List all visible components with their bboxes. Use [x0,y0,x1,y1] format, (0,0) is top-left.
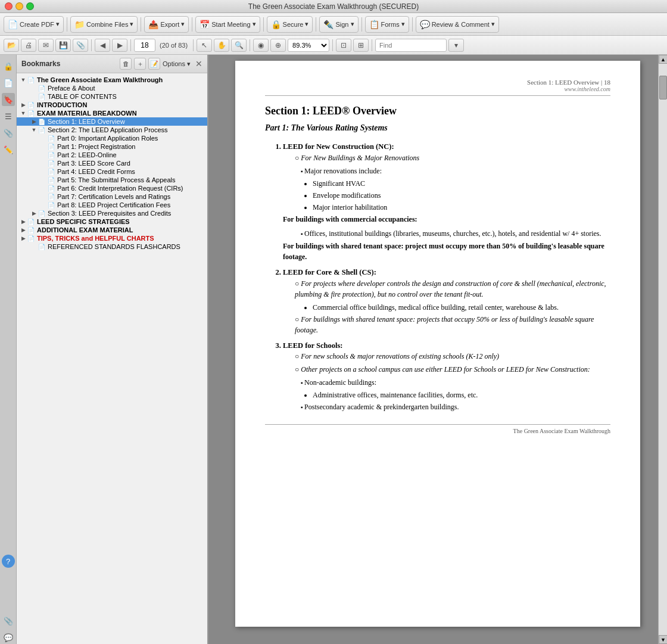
pdf-area[interactable]: Section 1: LEED Overview | 18 www.inthel… [208,55,667,644]
toolbar-separator-1 [67,17,67,32]
pdf-item2-sub-list: For projects where developer controls th… [283,278,610,300]
scroll-thumb[interactable] [659,76,667,99]
nav-sep-6 [372,39,372,51]
tree-item-s1[interactable]: ▶ 📄 Section 1: LEED Overview [17,117,207,126]
tree-toggle-intro[interactable]: ▶ [19,102,27,108]
pages-icon[interactable]: 📄 [2,76,15,89]
pdf-item2-dot-list: Commercial office buildings, medical off… [283,302,610,313]
attachments-icon[interactable]: 📎 [2,126,15,139]
tree-icon-s2p7: 📄 [48,194,56,200]
back-button[interactable]: ◀ [95,39,110,52]
tree-item-rsf[interactable]: 📄 REFERENCED STANDARDS FLASHCARDS [17,242,207,251]
zoom-in-button[interactable]: ⊕ [270,39,286,52]
tree-item-s2p0[interactable]: 📄 Part 0: Important Application Roles [17,134,207,142]
fit-page-button[interactable]: ⊡ [336,39,351,52]
minimize-button[interactable] [15,2,23,10]
save-button[interactable]: 💾 [55,39,71,52]
tree-item-intro[interactable]: ▶ 📄 INTRODUCTION [17,101,207,109]
pdf-item3-bullet-list-2: Postsecondary academic & prekindergarten… [283,402,610,412]
print-button[interactable]: 🖨 [21,39,36,52]
zoom-marquee-button[interactable]: 🔍 [231,39,247,52]
tree-item-toc[interactable]: 📄 TABLE OF CONTENTS [17,92,207,101]
tree-item-s2[interactable]: ▼ 📄 Section 2: The LEED Application Proc… [17,126,207,134]
tree-toggle-s1[interactable]: ▶ [30,119,38,125]
tree-item-s2p6[interactable]: 📄 Part 6: Credit Interpretation Request … [17,184,207,192]
tree-item-s2p4[interactable]: 📄 Part 4: LEED Credit Forms [17,167,207,176]
tree-toggle-s2[interactable]: ▼ [30,127,38,133]
attach-bottom-icon[interactable]: 📎 [2,614,15,627]
open-file-button[interactable]: 📂 [4,39,19,52]
tree-toggle-aem[interactable]: ▶ [19,227,27,233]
bm-properties-button[interactable]: 📝 [148,58,160,70]
tree-item-s2p5[interactable]: 📄 Part 5: The Submittal Process & Appeal… [17,176,207,184]
tree-label-lss: LEED SPECIFIC STRATEGIES [37,218,130,225]
zoom-out-button[interactable]: ◉ [253,39,269,52]
tree-toggle-tips[interactable]: ▶ [19,235,27,241]
review-comment-button[interactable]: 💬 Review & Comment ▾ [416,16,499,33]
email-button[interactable]: ✉ [38,39,54,52]
forms-button[interactable]: 📋 Forms ▾ [365,16,409,33]
edit-icon[interactable]: ✏️ [2,143,15,156]
tree-label-s2p4: Part 4: LEED Credit Forms [57,168,135,175]
tree-item-s2p7[interactable]: 📄 Part 7: Certification Levels and Ratin… [17,192,207,201]
scroll-down-button[interactable]: ▼ [659,635,667,644]
pdf-item2-title: LEED for Core & Shell (CS): [283,268,376,276]
tree-label-preface: Preface & About [48,85,95,92]
tree-item-s2p2[interactable]: 📄 Part 2: LEED-Online [17,151,207,159]
tree-item-preface[interactable]: 📄 Preface & About [17,84,207,92]
pdf-list-item-1: LEED for New Construction (NC): For New … [283,141,610,262]
hand-tool-button[interactable]: ✋ [214,39,229,52]
sign-button[interactable]: ✒️ Sign ▾ [319,16,358,33]
tree-root-item[interactable]: ▼ 📄 The Green Associate Exam Walkthrough [17,76,207,84]
review-icon: 💬 [420,20,430,29]
bookmarks-close-button[interactable]: ✕ [195,59,202,69]
tree-toggle-s3[interactable]: ▶ [30,210,38,216]
pdf-item2-intro2: For buildings with shared tenant space: … [295,314,610,335]
tree-item-s2p8[interactable]: 📄 Part 8: LEED Project Certification Fee… [17,201,207,209]
forward-button[interactable]: ▶ [112,39,127,52]
bookmarks-options-button[interactable]: Options ▾ [163,60,191,68]
tree-item-s2p1[interactable]: 📄 Part 1: Project Registration [17,142,207,151]
pdf-item3-sub2: Other projects on a school campus can us… [295,364,610,375]
export-button[interactable]: 📤 Export ▾ [144,16,189,33]
scroll-track[interactable] [659,64,667,635]
tree-toggle-emb[interactable]: ▼ [19,110,27,116]
bm-delete-button[interactable]: 🗑 [120,58,132,70]
lock-icon[interactable]: 🔒 [2,60,15,73]
scroll-up-button[interactable]: ▲ [659,55,667,64]
layers-icon[interactable]: ☰ [2,110,15,123]
close-button[interactable] [5,2,13,10]
pdf-item2-intro1: For projects where developer controls th… [295,278,610,300]
tree-item-s2p3[interactable]: 📄 Part 3: LEED Score Card [17,159,207,167]
page-number-input[interactable] [134,39,155,52]
create-pdf-button[interactable]: 📄 Create PDF ▾ [4,16,64,33]
bookmarks-tree: ▼ 📄 The Green Associate Exam Walkthrough… [17,73,207,644]
tree-item-emb[interactable]: ▼ 📄 EXAM MATERIAL BREAKDOWN [17,109,207,117]
help-icon[interactable]: ? [2,555,15,568]
zoom-selector[interactable]: 89.3% 50% 75% 100% 150% [288,39,329,52]
start-meeting-button[interactable]: 📅 Start Meeting ▾ [195,16,260,33]
secure-button[interactable]: 🔒 Secure ▾ [267,16,313,33]
tree-toggle-root[interactable]: ▼ [19,77,27,83]
pdf-part-title: Part 1: The Various Rating Systems [265,123,610,133]
find-input[interactable] [375,39,447,52]
tree-label-rsf: REFERENCED STANDARDS FLASHCARDS [48,243,180,250]
tree-item-aem[interactable]: ▶ 📄 ADDITIONAL EXAM MATERIAL [17,226,207,234]
fit-width-button[interactable]: ⊞ [353,39,369,52]
find-dropdown[interactable]: ▾ [448,39,464,52]
comment-icon[interactable]: 💬 [2,631,15,644]
page-count-label: (20 of 83) [157,42,190,49]
combine-files-button[interactable]: 📁 Combine Files ▾ [70,16,138,33]
maximize-button[interactable] [26,2,34,10]
tree-toggle-lss[interactable]: ▶ [19,219,27,225]
bookmarks-icon[interactable]: 🔖 [2,93,15,106]
tree-icon-s1: 📄 [38,119,46,125]
tree-item-s3[interactable]: ▶ 📄 Section 3: LEED Prerequisites and Cr… [17,209,207,217]
attach-button[interactable]: 📎 [73,39,88,52]
tree-item-tips[interactable]: ▶ 📄 TIPS, TRICKS and HELPFUL CHARTS [17,234,207,242]
cursor-tool-button[interactable]: ↖ [197,39,212,52]
tree-item-lss[interactable]: ▶ 📄 LEED SPECIFIC STRATEGIES [17,217,207,226]
window-controls[interactable] [5,2,34,10]
pdf-scrollbar[interactable]: ▲ ▼ [658,55,667,644]
bm-add-button[interactable]: ＋ [134,58,146,70]
